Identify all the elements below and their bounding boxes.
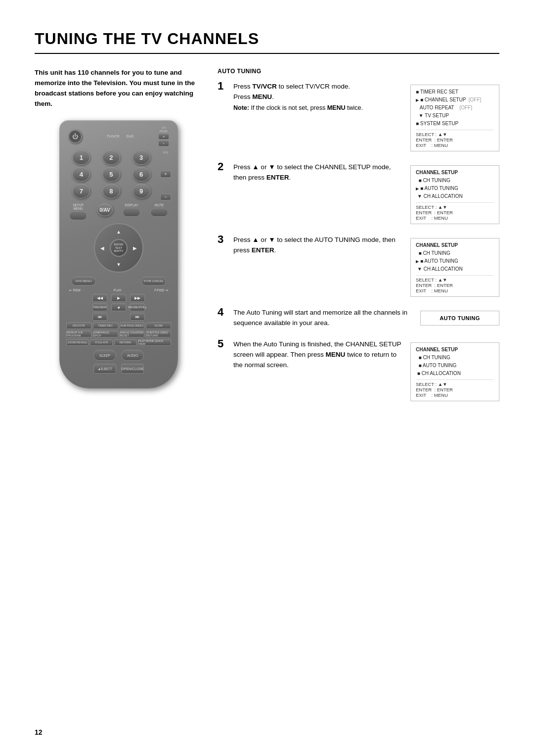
s2m2: ENTER : ENTER xyxy=(416,210,453,215)
step-2-with-screen: Press ▲ or ▼ to select the CHANNEL SETUP… xyxy=(233,162,499,224)
s3m2: ENTER : ENTER xyxy=(416,283,453,288)
btn-5[interactable]: 5 xyxy=(102,167,120,182)
step-1: 1 Press TV/VCR to select TV/VCR mode. Pr… xyxy=(218,82,499,151)
dpad: ▲ ▼ ◀ ▶ ENTERTEXTMIX/TV xyxy=(94,223,143,273)
enter-bold-3: ENTER xyxy=(252,246,274,254)
remote-top-row: TV/VCR DVD CHPAGE + − xyxy=(66,126,171,147)
title-atr-button[interactable]: TITLE ATR xyxy=(90,339,112,346)
mute-button[interactable] xyxy=(150,208,168,217)
step-5-with-screen: When the Auto Tuning is finished, the CH… xyxy=(233,339,499,401)
btn-8[interactable]: 8 xyxy=(102,184,120,198)
middle-labels-row: SETUP MENU 0/AV DISPLAY MUTE xyxy=(66,203,171,220)
display-button[interactable] xyxy=(123,208,140,217)
zoom-reveal-button[interactable]: ZOOM REVEAL xyxy=(66,339,89,346)
rew-button[interactable]: ◀◀ xyxy=(92,294,107,302)
return-button[interactable]: RETURN xyxy=(114,339,136,346)
eject-button[interactable]: ▲EJECT xyxy=(93,364,116,374)
screen-5-meta: SELECT : ▲▼ ENTER : ENTER EXIT : MENU xyxy=(416,379,494,398)
play-label: PLAY xyxy=(114,288,122,292)
dpad-up-button[interactable]: ▲ xyxy=(113,226,124,237)
trk-fwd-button[interactable]: ⏭ xyxy=(130,313,145,321)
open-close-button[interactable]: OPEN/CLOSE xyxy=(121,364,144,374)
sleep-button[interactable]: SLEEP xyxy=(93,350,116,361)
step-1-body: Press TV/VCR to select TV/VCR mode. Pres… xyxy=(233,82,401,113)
func-row-1: REC/OTR TIMER REC SUB PAGE INDEX SLOW xyxy=(66,322,171,329)
rec-otr-button[interactable]: REC/OTR xyxy=(66,322,91,329)
vol-down-button[interactable]: − xyxy=(160,193,171,200)
step-4-number: 4 xyxy=(218,307,228,318)
screen-3: CHANNEL SETUP ■ CH TUNING ■ AUTO TUNING … xyxy=(410,238,499,297)
display-group: DISPLAY xyxy=(123,203,140,220)
dpad-center-button[interactable]: ENTERTEXTMIX/TV xyxy=(110,239,128,257)
btn-2[interactable]: 2 xyxy=(102,150,120,165)
auto-tuning-label: AUTO TUNING xyxy=(428,315,492,321)
repeat-ab-program-button[interactable]: REPEAT A-B PROGRAM xyxy=(66,331,91,337)
audio-button[interactable]: AUDIO xyxy=(121,350,144,361)
screen-1-meta: SELECT : ▲▼ ENTER : ENTER EXIT : MENU xyxy=(416,130,494,148)
angle-counter-reset-button[interactable]: ANGLE COUNTER RESET xyxy=(120,331,145,337)
s5m2: ENTER : ENTER xyxy=(416,387,453,392)
screen-5: CHANNEL SETUP ■ CH TUNING ■ AUTO TUNING … xyxy=(410,342,499,401)
stop-button[interactable]: ■ xyxy=(111,303,126,311)
ch-up-button[interactable]: + xyxy=(158,134,169,140)
pause-still-button[interactable]: PAUSE/STILL xyxy=(130,303,145,311)
step-4-screens: AUTO TUNING xyxy=(420,308,499,326)
screen-2-meta-inner: SELECT : ▲▼ ENTER : ENTER EXIT : MENU xyxy=(416,204,453,221)
screen-3-meta: SELECT : ▲▼ ENTER : ENTER EXIT : MENU xyxy=(416,275,494,293)
dpad-right-button[interactable]: ▶ xyxy=(130,242,140,253)
btn-9[interactable]: 9 xyxy=(133,184,150,198)
screen-1: ■ TIMER REC SET ■ CHANNEL SETUP [OFF] AU… xyxy=(410,85,499,151)
dpad-left-button[interactable]: ◀ xyxy=(97,242,108,253)
btn-0-av[interactable]: 0/AV xyxy=(97,203,113,216)
btn-4[interactable]: 4 xyxy=(72,167,90,182)
screen-line-5: ■ SYSTEM SETUP xyxy=(416,120,494,128)
dpad-down-button[interactable]: ▼ xyxy=(113,259,124,270)
ffwd-button[interactable]: ▶▶ xyxy=(130,294,145,302)
dpad-center-label: ENTERTEXTMIX/TV xyxy=(114,243,124,253)
menu-bold-1: MENU xyxy=(252,93,272,100)
btn-1[interactable]: 1 xyxy=(72,150,90,165)
ch-down-button[interactable]: − xyxy=(158,141,169,146)
play-mode-quick-view-button[interactable]: PLAY MODE QUICK VIEW xyxy=(138,339,171,346)
setup-menu-group: SETUP MENU xyxy=(69,203,87,220)
dvd-menu-button[interactable]: DVD MENU xyxy=(71,277,96,285)
timer-rec-button[interactable]: TIMER REC xyxy=(93,322,118,329)
btn-3[interactable]: 3 xyxy=(133,150,150,165)
left-column: This unit has 110 channels for you to tu… xyxy=(35,68,203,412)
trk-skip-button[interactable]: TRK/SKIP xyxy=(92,303,107,311)
step-4-text: The Auto Tuning will start and memorize … xyxy=(233,308,411,329)
dvd-menu-group: DVD MENU xyxy=(71,277,96,285)
play-button[interactable]: ▶ xyxy=(111,294,126,302)
dpad-section: ▲ ▼ ◀ ▶ ENTERTEXTMIX/TV xyxy=(66,223,171,273)
screen-2: CHANNEL SETUP ■ CH TUNING ■ AUTO TUNING … xyxy=(410,165,499,224)
func-row-2: REPEAT A-B PROGRAM JUMP/HOLD SP/LP ANGLE… xyxy=(66,331,171,337)
step-1-with-screen: Press TV/VCR to select TV/VCR mode. Pres… xyxy=(233,82,499,151)
vol-up-button[interactable]: + xyxy=(160,171,171,178)
subtitle-zero-return-button[interactable]: SUBTITLE ZERO RETURN xyxy=(146,331,171,337)
jump-hold-sp-lp-button[interactable]: JUMP/HOLD SP/LP xyxy=(93,331,118,337)
screen-line-3: AUTO REPEAT [OFF] xyxy=(416,104,494,112)
ftb-cancel-button[interactable]: F/T/B CANCEL xyxy=(141,277,166,285)
eject-row: ▲EJECT OPEN/CLOSE xyxy=(66,364,171,374)
s3m3: EXIT : MENU xyxy=(416,288,453,293)
screen-3-meta-inner: SELECT : ▲▼ ENTER : ENTER EXIT : MENU xyxy=(416,277,453,293)
num-row-3: 7 8 9 xyxy=(66,184,156,198)
meta-line-1: SELECT : ▲▼ xyxy=(416,132,453,137)
num-row-1: 1 2 3 xyxy=(66,150,156,165)
screen-2-line-2: ■ AUTO TUNING xyxy=(416,185,494,192)
btn-7[interactable]: 7 xyxy=(72,184,90,198)
step-5-body: When the Auto Tuning is finished, the CH… xyxy=(233,339,401,371)
btn-6[interactable]: 6 xyxy=(133,167,150,182)
ch-updown: + − xyxy=(158,133,169,147)
transport-row: ◀◀ ▶ ▶▶ xyxy=(66,294,171,302)
setup-menu-button[interactable] xyxy=(69,211,87,220)
step-3: 3 Press ▲ or ▼ to select the AUTO TUNING… xyxy=(218,235,499,297)
trk-skip-row: TRK/SKIP ■ PAUSE/STILL xyxy=(66,303,171,311)
page-title: TUNING THE TV CHANNELS xyxy=(35,30,499,54)
tv-vcr-bold: TV/VCR xyxy=(252,83,277,90)
trk-back-button[interactable]: ⏮ xyxy=(92,313,107,321)
slow-button[interactable]: SLOW xyxy=(146,322,171,329)
power-button[interactable] xyxy=(68,130,82,143)
screen-5-line-2: ■ AUTO TUNING xyxy=(416,362,494,370)
sub-page-index-button[interactable]: SUB PAGE INDEX xyxy=(120,322,145,329)
